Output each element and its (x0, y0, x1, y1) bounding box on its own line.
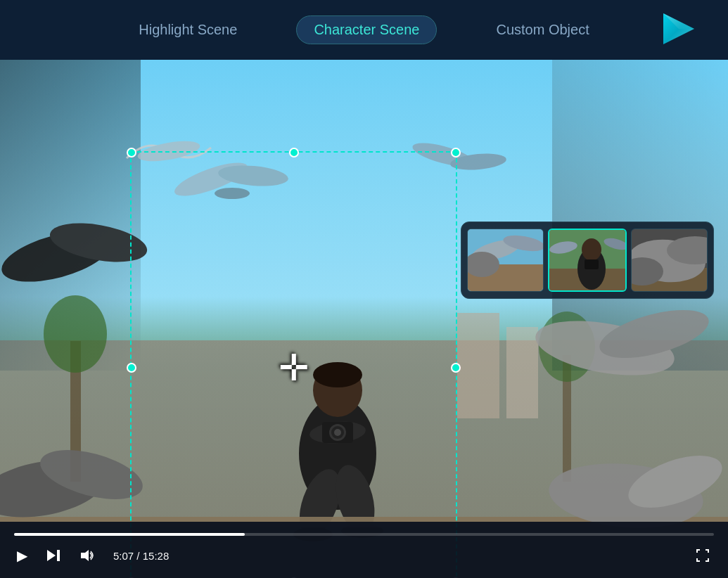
video-background (0, 60, 728, 578)
time-display: 5:07 / 15:28 (113, 550, 169, 562)
thumbnail-3[interactable] (631, 229, 708, 292)
video-container: ✛ (0, 60, 728, 578)
controls-bar: ▶ 5:07 / 15:28 (0, 522, 728, 578)
svg-rect-46 (585, 259, 599, 269)
skip-button[interactable] (43, 545, 64, 566)
svg-marker-56 (81, 550, 89, 561)
play-button[interactable]: ▶ (14, 544, 30, 567)
thumbnail-strip (461, 221, 714, 299)
tab-custom-object[interactable]: Custom Object (479, 16, 606, 44)
svg-marker-54 (47, 550, 56, 561)
tab-bar: Highlight Scene Character Scene Custom O… (0, 0, 728, 60)
svg-rect-55 (57, 550, 60, 561)
progress-bar[interactable] (14, 533, 714, 536)
thumbnail-1[interactable] (467, 229, 544, 292)
volume-button[interactable] (77, 545, 98, 566)
fullscreen-button[interactable] (691, 544, 714, 567)
svg-point-45 (582, 238, 601, 261)
tab-character-scene[interactable]: Character Scene (296, 15, 437, 44)
progress-fill (14, 533, 245, 536)
controls-row: ▶ 5:07 / 15:28 (14, 544, 714, 567)
thumbnail-2[interactable] (548, 229, 626, 292)
tab-highlight-scene[interactable]: Highlight Scene (122, 16, 254, 44)
app-logo (658, 8, 700, 53)
